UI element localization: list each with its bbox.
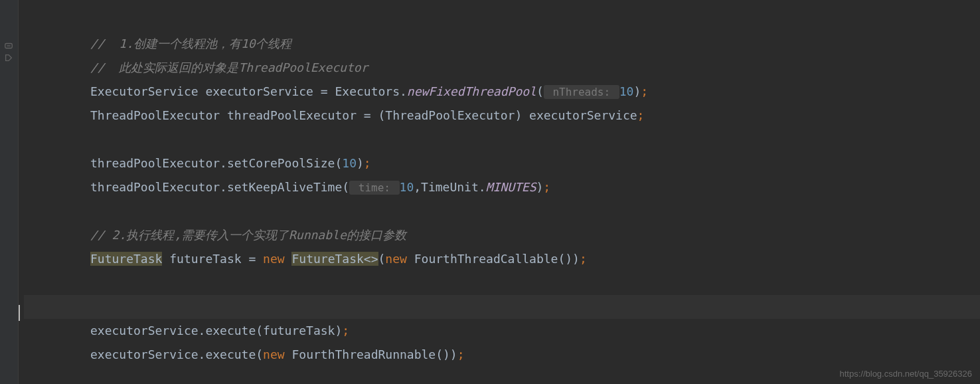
code-line: public static void main(String[] args) { xyxy=(24,0,980,8)
code-line xyxy=(24,199,980,223)
code-line xyxy=(24,128,980,151)
code-line-current xyxy=(24,295,980,319)
code-line: // 2.执行线程,需要传入一个实现了Runnable的接口参数 xyxy=(24,223,980,247)
code-line xyxy=(24,271,980,295)
code-line: // 1.创建一个线程池，有10个线程 xyxy=(24,32,980,56)
code-line xyxy=(24,8,980,32)
code-line: threadPoolExecutor.setKeepAliveTime( tim… xyxy=(24,175,980,199)
code-editor[interactable]: public static void main(String[] args) {… xyxy=(19,0,980,384)
text-caret xyxy=(19,305,20,321)
code-line: FutureTask futureTask = new FutureTask<>… xyxy=(24,247,980,271)
code-line: ExecutorService executorService = Execut… xyxy=(24,80,980,104)
editor-gutter xyxy=(0,0,19,384)
code-line: threadPoolExecutor.setCorePoolSize(10); xyxy=(24,151,980,175)
code-line: executorService.execute(futureTask); xyxy=(24,319,980,343)
code-line: ThreadPoolExecutor threadPoolExecutor = … xyxy=(24,104,980,128)
code-line: executorService.execute(new FourthThread… xyxy=(24,343,980,367)
watermark-text: https://blog.csdn.net/qq_35926326 xyxy=(840,369,973,379)
collapse-icon[interactable] xyxy=(3,52,15,64)
code-line: // 此处实际返回的对象是ThreadPoolExecutor xyxy=(24,56,980,80)
collapse-icon[interactable] xyxy=(3,40,15,52)
